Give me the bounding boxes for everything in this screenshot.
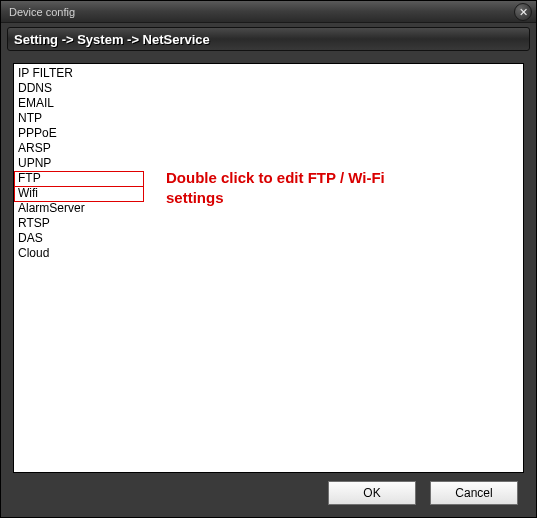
ok-button[interactable]: OK [328,481,416,505]
list-item[interactable]: IP FILTER [14,66,523,81]
list-item[interactable]: ARSP [14,141,523,156]
netservice-listbox[interactable]: IP FILTER DDNS EMAIL NTP PPPoE ARSP UPNP… [13,63,524,473]
list-item[interactable]: PPPoE [14,126,523,141]
list-item[interactable]: EMAIL [14,96,523,111]
annotation-text: Double click to edit FTP / Wi-Fi setting… [166,168,416,208]
content-area: IP FILTER DDNS EMAIL NTP PPPoE ARSP UPNP… [1,53,536,517]
list-item[interactable]: NTP [14,111,523,126]
breadcrumb-text: Setting -> System -> NetService [14,32,210,47]
device-config-window: Device config ✕ Setting -> System -> Net… [0,0,537,518]
list-item[interactable]: Cloud [14,246,523,261]
titlebar: Device config ✕ [1,1,536,23]
list-item[interactable]: DDNS [14,81,523,96]
breadcrumb: Setting -> System -> NetService [7,27,530,51]
window-title: Device config [9,6,75,18]
list-item[interactable]: DAS [14,231,523,246]
cancel-button[interactable]: Cancel [430,481,518,505]
button-row: OK Cancel [13,473,524,509]
list-item[interactable]: RTSP [14,216,523,231]
close-icon[interactable]: ✕ [514,3,532,21]
